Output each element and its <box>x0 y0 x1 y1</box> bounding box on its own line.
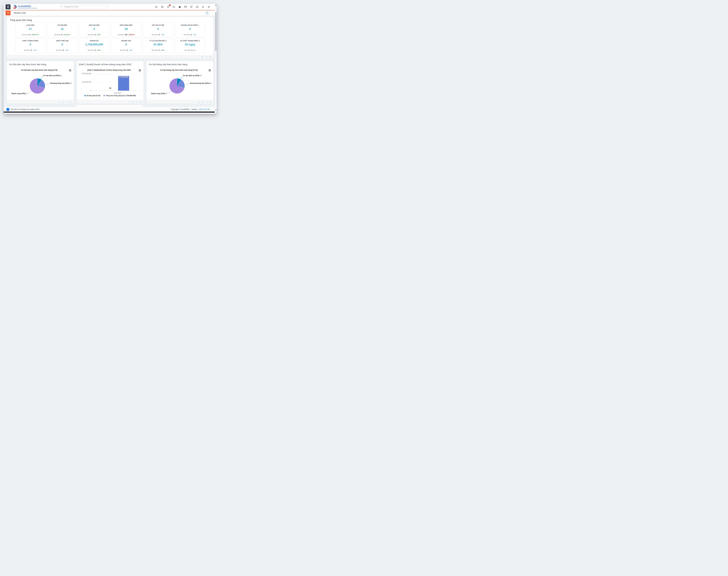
kpi-card-ty-le-chuyen-doi[interactable]: TỶ LỆ CHUYỂN ĐỔIi 47.06% Kỳ trước: 0∧N/A <box>143 38 173 53</box>
info-icon[interactable]: i <box>197 24 199 26</box>
cloudpro-logo[interactable]: CLOUDPRO GIẢI PHÁP CRM CHUYÊN SÂU THEO N… <box>12 5 37 9</box>
refresh-icon[interactable] <box>206 101 208 103</box>
edit-icon[interactable] <box>63 101 64 103</box>
move-icon[interactable] <box>198 101 200 103</box>
global-search[interactable] <box>60 5 108 9</box>
widget-footer-toolbar: ✕ <box>7 100 74 104</box>
breadcrumb-row: TRANG CHỦ ? <box>4 10 217 16</box>
search-input[interactable] <box>64 6 104 8</box>
kpi-card-gia-tri-co-hoi[interactable]: GIÁ TRỊ CƠ HỘI 0 Kỳ trước: 0–N/A <box>143 23 173 37</box>
kpi-card-doanh-so[interactable]: DOANH SỐ 1,736,855,000 Kỳ trước: 0∧N/A <box>79 38 109 53</box>
separator: | <box>190 108 191 110</box>
kpi-card-don-hang-moi[interactable]: ĐƠN HÀNG MỚI 18 Kỳ trước: 125∨85.6 % <box>111 23 141 37</box>
kpi-card-bao-gia-moi[interactable]: BÁO GIÁ MỚI 4 Kỳ trước: 0∧N/A <box>79 23 109 37</box>
notifications-bell-icon[interactable]: 4 <box>167 5 169 8</box>
kpi-card-co-hoi-moi[interactable]: CƠ HỘI MỚI 11 Kỳ trước: 6∧83.33 % <box>47 23 77 37</box>
y-axis-tick: 0 <box>78 90 91 91</box>
x-axis-tick: June 2023 <box>104 92 131 94</box>
chart-subtitle: [Golf 1 Studio] Doanh số theo tháng tron… <box>82 69 136 71</box>
kpi-card-doanh-thu[interactable]: DOANH THU 0 Kỳ trước: 0–N/A <box>111 38 141 53</box>
overview-footer-toolbar: ✕ <box>7 55 213 59</box>
megaphone-icon[interactable] <box>155 5 158 8</box>
widget-title: [Golf 1 Studio] Doanh số theo tháng tron… <box>77 61 144 66</box>
legend-item[interactable]: Số bản ghi (Σ=18) <box>84 95 100 96</box>
legend-item[interactable]: Tổng của Tổng cộng (Σ=1,736,855,000) <box>104 95 136 96</box>
scrollbar-down-arrow[interactable] <box>215 110 216 111</box>
support-bot-text: Bot hỗ trợ sử dụng trực tuyến 24/24 <box>11 108 39 110</box>
notification-badge: 4 <box>169 4 171 6</box>
analytics-icon[interactable] <box>190 5 193 8</box>
pie-slice-label: Thành công (70%): 7 <box>151 93 167 94</box>
settings-gear-icon[interactable] <box>208 5 210 8</box>
window-bottom-bar <box>4 112 215 113</box>
brand-tagline: GIẢI PHÁP CRM CHUYÊN SÂU THEO NGÀNH <box>18 8 37 8</box>
edit-icon[interactable] <box>132 101 134 103</box>
filter-icon[interactable] <box>201 56 203 58</box>
page-title: TRANG CHỦ <box>14 12 26 14</box>
help-question-icon: ? <box>206 12 208 14</box>
chat-icon[interactable] <box>172 5 175 8</box>
pie-chart[interactable] <box>169 78 185 93</box>
kpi-card-tg-chot-trung-binh[interactable]: TG CHỐT TRUNG BÌNHi 16 ngày Kỳ trước: 0∧… <box>175 38 205 53</box>
refresh-icon[interactable] <box>206 56 207 58</box>
tasks-icon[interactable] <box>196 5 198 8</box>
partial-widget-card <box>76 105 143 107</box>
widget-footer-toolbar: ✕ <box>77 100 144 104</box>
help-button[interactable]: ? <box>204 11 210 15</box>
chart-context-menu-icon[interactable] <box>139 69 141 71</box>
hotline-label: Hotline: <box>192 108 198 110</box>
pie-slice-label: Tư vấn dịch vụ (10%): 1 <box>183 75 201 76</box>
record-count-label: 18 <box>106 87 114 89</box>
overview-title: Tổng quan bán hàng <box>7 17 213 22</box>
widget-footer-toolbar: ✕ <box>146 100 213 104</box>
widget-title: Cơ hội tuần này theo bước bán hàng <box>7 61 74 66</box>
pie-slice-label: Booking dùng thử (20%): 2 <box>190 82 211 84</box>
chart-card-monthly-revenue: [Golf 1 Studio] Doanh số theo tháng tron… <box>77 61 144 104</box>
brand-name: CLOUDPRO <box>18 5 37 7</box>
info-icon[interactable]: i <box>165 40 167 41</box>
move-icon[interactable] <box>129 101 131 103</box>
dashboard-gauge-icon[interactable] <box>5 11 10 15</box>
hotline-number[interactable]: 1900 29 29 90 <box>198 108 210 110</box>
app-window: CLOUDPRO GIẢI PHÁP CRM CHUYÊN SÂU THEO N… <box>3 3 217 114</box>
chart-card-weekly-pipeline: Cơ hội tuần này theo bước bán hàng Cơ hộ… <box>7 61 74 104</box>
messenger-icon[interactable] <box>6 108 9 111</box>
y-axis-tick: 2,000,000,000 <box>78 73 91 75</box>
close-icon[interactable]: ✕ <box>210 56 211 58</box>
profile-icon[interactable] <box>201 5 205 8</box>
calendar-icon[interactable] <box>184 5 187 8</box>
move-icon[interactable] <box>59 101 61 103</box>
kpi-card-chot-thanh-cong[interactable]: CHỐT THÀNH CÔNG 0 Kỳ trước: 0–N/A <box>15 38 45 53</box>
legend-dot <box>84 95 86 96</box>
hamburger-menu-button[interactable] <box>5 4 10 9</box>
kpi-card-chot-that-bai[interactable]: CHỐT THẤT BẠI 0 Kỳ trước: 0–N/A <box>47 38 77 53</box>
vertical-scrollbar[interactable] <box>215 4 217 112</box>
close-icon[interactable]: ✕ <box>70 101 72 103</box>
refresh-icon[interactable] <box>66 101 68 103</box>
refresh-icon[interactable] <box>136 101 138 103</box>
close-icon[interactable]: ✕ <box>140 101 141 103</box>
top-header: CLOUDPRO GIẢI PHÁP CRM CHUYÊN SÂU THEO N… <box>4 4 217 10</box>
chevron-down-icon[interactable] <box>105 6 107 8</box>
pie-slice-label: Thành công (70%): 7 <box>11 93 27 94</box>
legend-dot <box>104 95 105 96</box>
scrollbar-up-arrow[interactable] <box>215 4 216 5</box>
pie-chart[interactable] <box>30 78 45 93</box>
scrollbar-thumb[interactable] <box>215 12 216 51</box>
revenue-bar[interactable]: 1,736,855,000 <box>118 76 129 91</box>
chart-card-monthly-pipeline: Cơ hội tháng này theo bước bán hàng Cơ h… <box>146 61 213 104</box>
chart-legend: Số bản ghi (Σ=18) Tổng của Tổng cộng (Σ=… <box>77 95 144 96</box>
y-axis-tick: 1,000,000,000 <box>78 81 91 83</box>
pie-slice-label: Booking dùng thử (20%): 2 <box>50 82 71 84</box>
widget-title: Cơ hội tháng này theo bước bán hàng <box>146 61 213 66</box>
info-icon[interactable]: i <box>198 40 200 41</box>
close-icon[interactable]: ✕ <box>210 101 211 103</box>
sales-overview-panel: Tổng quan bán hàng LEAD MỚI 17 Kỳ trước:… <box>7 17 213 59</box>
edit-icon[interactable] <box>202 101 204 103</box>
footer-right: Copyright © CloudPRO | Hotline: 1900 29 … <box>171 108 210 110</box>
kpi-card-doanh-so-du-kien[interactable]: DOANH SỐ DỰ KIẾNi 0 Kỳ trước: 0–N/A <box>175 23 205 37</box>
window-bottom-strip <box>4 113 217 114</box>
kpi-card-lead-moi[interactable]: LEAD MỚI 17 Kỳ trước: 6∧183.33 % <box>15 23 45 37</box>
cloud-icon[interactable] <box>178 5 181 8</box>
add-icon[interactable] <box>161 5 164 8</box>
